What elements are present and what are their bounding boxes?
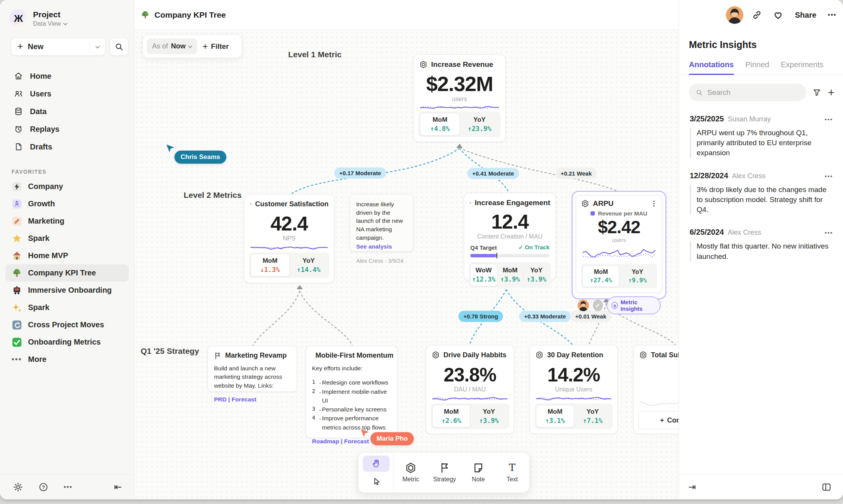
series-legend: Revenue per MAU [581, 210, 657, 217]
hand-icon [371, 459, 381, 469]
tab-experiments[interactable]: Experiments [781, 60, 823, 75]
metric-hexagon-icon [581, 199, 589, 208]
sidebar-item-users[interactable]: Users [0, 85, 134, 103]
page-title: Company KPI Tree [154, 10, 226, 20]
user-avatar[interactable] [726, 6, 743, 24]
metric-card-customer-satisfaction[interactable]: Customer Satisfaction 42.4 NPS MoM↓1.3% … [244, 194, 334, 283]
annotation-menu-icon[interactable]: ••• [825, 173, 833, 179]
sparkline [419, 104, 500, 111]
select-tool[interactable] [363, 473, 390, 489]
annotation-item[interactable]: 3/25/2025 Susan Murray ••• ARPU went up … [679, 101, 843, 158]
as-of-selector[interactable]: As of Now [147, 38, 197, 54]
annotation-search[interactable] [689, 83, 806, 101]
strategy-effort-list: Redesign core workflows Implement mobile… [312, 378, 391, 432]
new-button[interactable]: + New [11, 38, 106, 56]
search-icon [696, 89, 703, 96]
metric-card-30-day-retention[interactable]: 30 Day Retention 14.2% Unique Users MoM↑… [529, 345, 618, 434]
annotation-item[interactable]: 12/28/2024 Alex Cress ••• 3% drop likely… [679, 158, 843, 215]
tool-strategy[interactable]: Strategy [428, 453, 461, 492]
workspace-switcher[interactable]: Ж Project Data View [0, 0, 134, 28]
metric-card-increase-revenue[interactable]: Increase Revenue $2.32M users MoM↑4.8% Y… [413, 55, 506, 142]
rocket-icon [12, 199, 22, 209]
add-annotation-icon[interactable]: + [828, 87, 835, 98]
settings-gear-icon[interactable] [13, 482, 23, 492]
plus-icon: + [11, 40, 28, 53]
tool-note[interactable]: Note [461, 453, 495, 492]
metric-insights-badge[interactable]: ϙ Metric Insights [607, 297, 660, 314]
progress-bar [470, 254, 549, 257]
sidebar-item-drafts[interactable]: Drafts [0, 138, 134, 156]
collapse-sidebar-icon[interactable]: ⇤ [114, 482, 122, 492]
kpi-tree-canvas[interactable]: As of Now + Filter Level 1 Metric Level … [134, 30, 679, 499]
favorite-onboarding-metrics[interactable]: Onboarding Metrics [5, 333, 129, 351]
copy-link-icon[interactable] [752, 10, 762, 20]
sidebar-item-data[interactable]: Data [0, 103, 134, 120]
cursor-maria [360, 428, 370, 438]
annotation-menu-icon[interactable]: ••• [825, 116, 833, 123]
filter-funnel-icon[interactable] [812, 88, 821, 97]
tool-metric[interactable]: Metric [394, 453, 428, 492]
canvas-note-card[interactable]: Increase likely driven by the launch of … [350, 194, 413, 252]
favorite-company-kpi-tree[interactable]: Company KPI Tree [5, 264, 129, 282]
workspace-view: Data View [33, 20, 61, 27]
favorite-cross-project-moves[interactable]: Cross Project Moves [5, 316, 129, 333]
flag-icon [439, 462, 450, 474]
stat-mom: MoM↑27.4% [582, 265, 619, 287]
metric-card-total-subscriptions[interactable]: Total Subscriptions +Connect [633, 345, 679, 434]
search-input[interactable] [707, 88, 800, 97]
lightbulb-icon: ϙ [612, 302, 618, 309]
sparkline [250, 244, 329, 252]
stat-yoy: YoY↑7.1% [574, 405, 611, 427]
favorite-home-mvp[interactable]: Home MVP [5, 247, 129, 264]
favorites-more[interactable]: ••• More [5, 351, 129, 368]
metric-hexagon-icon [250, 200, 252, 208]
favorite-marketing[interactable]: Marketing [5, 212, 129, 230]
sidebar-item-home[interactable]: Home [0, 67, 134, 85]
strategy-links[interactable]: PRD | Forecast [214, 396, 290, 403]
annotation-item[interactable]: 6/25/2024 Alex Cress ••• Mostly flat thi… [679, 215, 843, 261]
metric-hexagon-icon [639, 351, 647, 359]
annotation-menu-icon[interactable]: ••• [825, 229, 833, 236]
hand-tool[interactable] [363, 456, 390, 472]
new-button-label: New [28, 42, 90, 51]
tab-annotations[interactable]: Annotations [689, 60, 734, 75]
metric-card-drive-daily-habbits[interactable]: Drive Daily Habbits 23.8% DAU / MAU MoM↑… [426, 345, 514, 434]
layout-columns-icon[interactable] [821, 482, 831, 492]
tree-icon [141, 10, 150, 20]
metric-hexagon-icon [419, 60, 428, 69]
favorite-heart-icon[interactable] [773, 10, 783, 20]
level2-label: Level 2 Metrics [184, 191, 242, 200]
share-button[interactable]: Share [795, 11, 816, 20]
strategy-card-mobile-first[interactable]: Mobile-First Momentum Key efforts includ… [305, 346, 398, 438]
stat-yoy: YoY↑3.9% [523, 264, 549, 286]
stat-yoy: YoY↑9.9% [619, 266, 655, 287]
strategy-label: Q1 '25 Strategy [141, 346, 199, 356]
add-filter-button[interactable]: + Filter [202, 41, 229, 52]
kebab-menu-icon[interactable] [651, 200, 657, 207]
stat-wow: WoW↑12.3% [470, 264, 497, 286]
target-progress: Q4 Target ✓ On Track [470, 244, 549, 257]
strategy-card-marketing-revamp[interactable]: Marketing Revamp Build and launch a new … [207, 346, 297, 392]
tab-pinned[interactable]: Pinned [745, 60, 769, 75]
help-icon[interactable]: ? [38, 482, 48, 492]
more-menu-icon[interactable]: ••• [828, 12, 837, 18]
metric-card-increase-engagement[interactable]: Increase Engagement 12.4 Content Creatio… [464, 193, 556, 280]
collapse-panel-icon[interactable]: ⇥ [688, 482, 696, 492]
favorite-immersive-onboarding[interactable]: Immersive Onboarding [5, 282, 129, 299]
favorite-growth[interactable]: Growth [5, 195, 129, 212]
tool-text[interactable]: T Text [495, 453, 529, 492]
favorite-spark-2[interactable]: Spark [5, 299, 129, 316]
favorite-company[interactable]: Company [5, 178, 129, 195]
search-button[interactable] [110, 38, 129, 56]
sparkline [431, 395, 508, 403]
edge-label: +0.21 Weak [556, 168, 597, 179]
see-analysis-link[interactable]: See analysis [356, 242, 407, 251]
metric-card-arpu-selected[interactable]: ARPU Revenue per MAU $2.42 users MoM↑27.… [572, 191, 666, 299]
connect-metric-button[interactable]: +Connect [638, 411, 679, 429]
sparkline-placeholder [639, 392, 679, 411]
sidebar-item-replays[interactable]: Replays [0, 120, 134, 138]
more-menu-icon[interactable]: ••• [64, 484, 73, 491]
favorite-spark[interactable]: Spark [5, 230, 129, 247]
new-dropdown-button[interactable] [90, 45, 105, 48]
home-icon [14, 71, 23, 81]
